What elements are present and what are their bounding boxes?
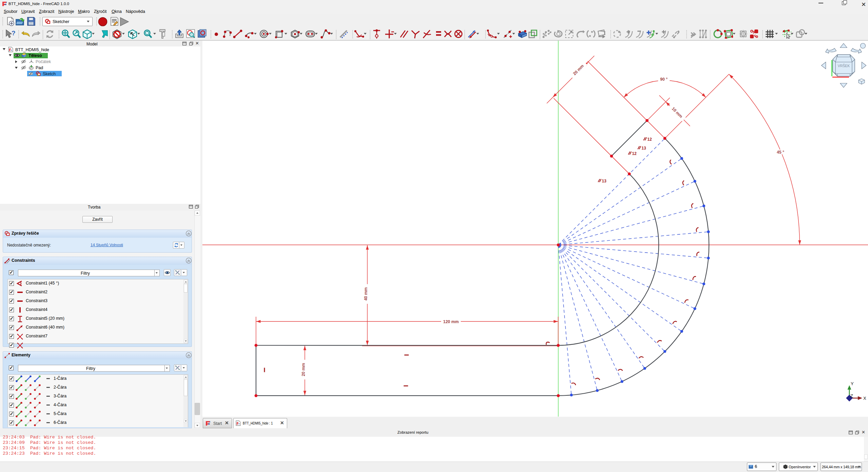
svg-text:120 mm: 120 mm <box>443 319 459 324</box>
svg-text:10 mm: 10 mm <box>671 106 683 119</box>
svg-text:20 mm: 20 mm <box>301 363 306 376</box>
svg-text:VRŠEK: VRŠEK <box>838 64 850 68</box>
svg-text:Z: Z <box>850 393 853 398</box>
svg-text:X: X <box>863 396 866 401</box>
svg-text:?: ? <box>12 29 16 37</box>
svg-text:90 °: 90 ° <box>660 77 668 82</box>
svg-text:20 mm: 20 mm <box>572 63 585 76</box>
svg-text:13: 13 <box>602 179 607 183</box>
svg-text:Y: Y <box>851 381 854 386</box>
svg-text:12: 12 <box>632 151 637 156</box>
svg-text:45 °: 45 ° <box>777 150 784 155</box>
svg-text:12: 12 <box>647 137 652 142</box>
svg-text:13: 13 <box>642 146 646 151</box>
svg-text:40 mm: 40 mm <box>363 287 368 300</box>
